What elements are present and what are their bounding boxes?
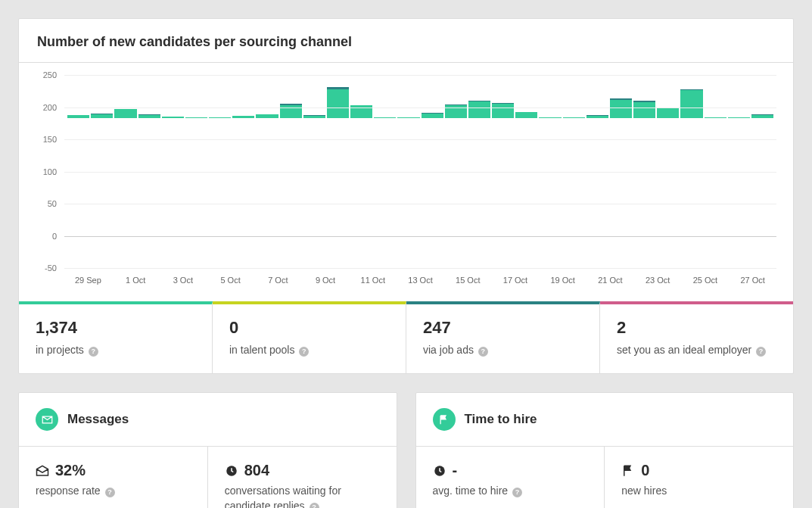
bar-segment-projects	[67, 115, 89, 118]
messages-metrics: 32% response rate ? 804 conversations wa…	[19, 447, 397, 508]
stat-projects[interactable]: 1,374 in projects ?	[19, 301, 213, 373]
stat-talent-pools[interactable]: 0 in talent pools ?	[213, 301, 406, 373]
messages-header: Messages	[19, 393, 397, 447]
bar[interactable]	[728, 75, 750, 236]
bar-segment-projects	[539, 117, 561, 118]
x-tick: 9 Oct	[302, 276, 350, 291]
bar[interactable]	[303, 75, 325, 236]
chart-title: Number of new candidates per sourcing ch…	[19, 19, 793, 63]
mail-icon	[36, 408, 58, 431]
messages-panel: Messages 32% response rate ? 804 convers…	[18, 392, 397, 508]
bar[interactable]	[138, 75, 160, 236]
bar[interactable]	[209, 75, 231, 236]
gridline	[64, 172, 776, 173]
help-icon[interactable]: ?	[756, 347, 766, 357]
flag-icon	[433, 408, 456, 431]
bar[interactable]	[232, 75, 254, 236]
help-icon[interactable]: ?	[478, 347, 488, 357]
y-tick: 50	[48, 199, 57, 208]
bar[interactable]	[256, 75, 278, 236]
y-tick: 150	[43, 135, 57, 144]
bar[interactable]	[162, 75, 184, 236]
y-tick: 200	[43, 103, 57, 112]
candidates-chart-panel: Number of new candidates per sourcing ch…	[18, 18, 794, 374]
bar-segment-projects	[680, 90, 702, 118]
gridline	[64, 268, 776, 269]
bar-segment-projects	[657, 108, 679, 118]
time-to-hire-panel: Time to hire - avg. time to hire ? 0 new…	[415, 392, 795, 508]
metric-value: 32%	[36, 462, 191, 479]
bar-segment-projects	[586, 116, 608, 118]
bar[interactable]	[539, 75, 561, 236]
avg-time-to-hire-cell[interactable]: - avg. time to hire ?	[416, 447, 605, 508]
stat-label: in projects ?	[36, 344, 195, 357]
y-tick: 0	[52, 232, 57, 241]
bar[interactable]	[374, 75, 396, 236]
bar[interactable]	[633, 75, 655, 236]
x-tick: 17 Oct	[492, 276, 540, 291]
y-tick: -50	[45, 263, 57, 273]
clock-icon	[433, 464, 446, 478]
bar-segment-projects	[256, 114, 278, 118]
stat-job-ads[interactable]: 247 via job ads ?	[406, 301, 600, 373]
metric-label: conversations waiting for candidate repl…	[225, 484, 380, 508]
bar-segment-projects	[397, 117, 419, 118]
bar[interactable]	[185, 75, 207, 236]
bar-segment-projects	[610, 100, 632, 118]
x-tick: 25 Oct	[682, 276, 730, 291]
bar[interactable]	[586, 75, 608, 236]
stat-value: 2	[617, 318, 776, 338]
help-icon[interactable]: ?	[105, 488, 115, 497]
bar[interactable]	[327, 75, 349, 236]
bar[interactable]	[350, 75, 372, 236]
bar[interactable]	[563, 75, 585, 236]
stat-label: set you as an ideal employer ?	[617, 344, 776, 357]
bar-segment-projects	[209, 117, 231, 118]
bar-segment-projects	[751, 115, 773, 118]
bar-segment-projects	[492, 104, 514, 118]
bar[interactable]	[67, 75, 89, 236]
help-icon[interactable]: ?	[299, 347, 309, 357]
bar[interactable]	[515, 75, 537, 236]
bar-segment-projects	[303, 116, 325, 118]
help-icon[interactable]: ?	[89, 347, 98, 357]
bar-segment-projects	[728, 117, 750, 119]
x-tick: 29 Sep	[64, 276, 112, 291]
bar[interactable]	[114, 75, 136, 236]
bar-segment-projects	[138, 115, 160, 118]
x-tick: 7 Oct	[254, 276, 302, 291]
stat-ideal-employer[interactable]: 2 set you as an ideal employer ?	[600, 301, 793, 373]
conversations-waiting-cell[interactable]: 804 conversations waiting for candidate …	[208, 447, 397, 508]
messages-title: Messages	[67, 412, 129, 427]
bar-segment-projects	[327, 89, 349, 118]
flag-icon	[621, 464, 635, 478]
help-icon[interactable]: ?	[512, 488, 522, 497]
stat-value: 1,374	[36, 318, 195, 338]
response-rate-cell[interactable]: 32% response rate ?	[19, 447, 208, 508]
new-hires-cell[interactable]: 0 new hires	[605, 447, 793, 508]
bar[interactable]	[657, 75, 679, 236]
bar-segment-projects	[232, 116, 254, 118]
stat-value: 247	[423, 318, 583, 338]
bar[interactable]	[610, 75, 632, 236]
x-tick: 23 Oct	[634, 276, 682, 291]
bar[interactable]	[91, 75, 113, 236]
bar-segment-projects	[114, 109, 136, 118]
bar[interactable]	[280, 75, 302, 236]
bar-segment-projects	[468, 101, 490, 118]
bar[interactable]	[751, 75, 773, 236]
stat-label: in talent pools ?	[229, 344, 389, 357]
x-tick: 3 Oct	[159, 276, 207, 291]
bar[interactable]	[468, 75, 490, 236]
x-tick: 13 Oct	[397, 276, 444, 291]
help-icon[interactable]: ?	[310, 503, 319, 508]
time-to-hire-metrics: - avg. time to hire ? 0 new hires	[416, 447, 794, 508]
bar[interactable]	[492, 75, 514, 236]
bar[interactable]	[445, 75, 467, 236]
x-axis: 29 Sep1 Oct3 Oct5 Oct7 Oct9 Oct11 Oct13 …	[64, 276, 776, 291]
bar-segment-projects	[515, 112, 537, 118]
bar[interactable]	[422, 75, 443, 236]
bar[interactable]	[397, 75, 419, 236]
bar[interactable]	[705, 75, 726, 236]
bar[interactable]	[680, 75, 702, 236]
